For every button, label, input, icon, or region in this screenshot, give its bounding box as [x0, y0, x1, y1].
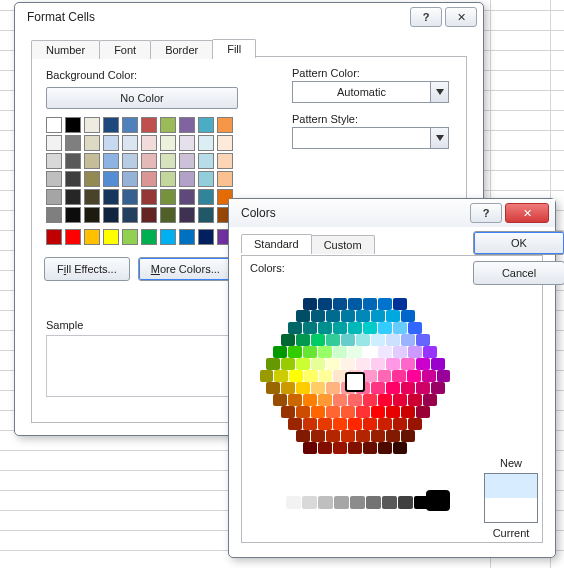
color-swatch[interactable]	[46, 189, 62, 205]
tab-font[interactable]: Font	[99, 40, 151, 59]
hex-color-cell[interactable]	[304, 370, 318, 382]
hex-color-cell[interactable]	[386, 334, 400, 346]
hex-color-cell[interactable]	[326, 358, 340, 370]
hex-color-cell[interactable]	[296, 310, 310, 322]
hex-color-cell[interactable]	[296, 430, 310, 442]
hex-color-cell[interactable]	[288, 418, 302, 430]
more-colors-button[interactable]: More Colors...	[138, 257, 233, 281]
hex-color-cell[interactable]	[408, 418, 422, 430]
hex-color-picker[interactable]	[252, 280, 458, 486]
hex-color-cell[interactable]	[371, 310, 385, 322]
color-swatch[interactable]	[84, 153, 100, 169]
color-swatch[interactable]	[141, 135, 157, 151]
color-swatch[interactable]	[122, 207, 138, 223]
hex-color-cell[interactable]	[371, 382, 385, 394]
color-swatch[interactable]	[46, 171, 62, 187]
hex-color-cell[interactable]	[378, 418, 392, 430]
no-color-button[interactable]: No Color	[46, 87, 238, 109]
hex-color-cell[interactable]	[416, 334, 430, 346]
hex-color-cell[interactable]	[348, 346, 362, 358]
gray-swatch[interactable]	[398, 496, 413, 509]
color-swatch[interactable]	[160, 153, 176, 169]
hex-color-cell[interactable]	[311, 358, 325, 370]
help-button[interactable]: ?	[470, 203, 502, 223]
color-swatch[interactable]	[160, 189, 176, 205]
hex-color-cell[interactable]	[401, 334, 415, 346]
help-button[interactable]: ?	[410, 7, 442, 27]
hex-color-cell[interactable]	[303, 394, 317, 406]
color-swatch[interactable]	[122, 189, 138, 205]
hex-color-cell[interactable]	[356, 358, 370, 370]
color-swatch[interactable]	[141, 171, 157, 187]
hex-color-cell[interactable]	[378, 394, 392, 406]
hex-color-cell[interactable]	[333, 298, 347, 310]
hex-color-cell[interactable]	[303, 298, 317, 310]
gray-swatch[interactable]	[270, 496, 285, 509]
close-button[interactable]: ✕	[505, 203, 549, 223]
hex-color-cell[interactable]	[408, 346, 422, 358]
hex-color-cell[interactable]	[333, 418, 347, 430]
color-swatch[interactable]	[65, 207, 81, 223]
color-swatch[interactable]	[65, 117, 81, 133]
hex-color-cell[interactable]	[311, 430, 325, 442]
color-swatch[interactable]	[122, 117, 138, 133]
color-swatch[interactable]	[103, 135, 119, 151]
color-swatch[interactable]	[160, 229, 176, 245]
hex-color-cell[interactable]	[393, 346, 407, 358]
hex-color-cell[interactable]	[386, 406, 400, 418]
hex-color-cell[interactable]	[416, 382, 430, 394]
gray-swatch[interactable]	[366, 496, 381, 509]
hex-color-cell[interactable]	[423, 346, 437, 358]
tab-fill[interactable]: Fill	[212, 39, 256, 58]
gray-swatch[interactable]	[334, 496, 349, 509]
hex-color-cell[interactable]	[348, 322, 362, 334]
hex-color-cell[interactable]	[311, 406, 325, 418]
hex-color-cell[interactable]	[408, 322, 422, 334]
pattern-style-dropdown[interactable]	[292, 127, 449, 149]
color-swatch[interactable]	[122, 171, 138, 187]
hex-color-cell[interactable]	[289, 370, 303, 382]
hex-color-cell[interactable]	[393, 394, 407, 406]
hex-color-cell[interactable]	[303, 322, 317, 334]
color-swatch[interactable]	[103, 229, 119, 245]
hex-color-cell[interactable]	[386, 358, 400, 370]
hex-color-cell[interactable]	[416, 406, 430, 418]
hex-color-cell[interactable]	[416, 358, 430, 370]
tab-border[interactable]: Border	[150, 40, 213, 59]
hex-color-cell[interactable]	[401, 406, 415, 418]
color-swatch[interactable]	[84, 189, 100, 205]
hex-color-cell[interactable]	[296, 334, 310, 346]
hex-color-cell[interactable]	[288, 346, 302, 358]
color-swatch[interactable]	[65, 189, 81, 205]
hex-color-cell[interactable]	[318, 322, 332, 334]
color-swatch[interactable]	[65, 135, 81, 151]
hex-color-cell[interactable]	[371, 430, 385, 442]
hex-color-cell[interactable]	[423, 394, 437, 406]
hex-color-cell[interactable]	[266, 382, 280, 394]
hex-color-cell[interactable]	[393, 298, 407, 310]
hex-color-cell[interactable]	[318, 298, 332, 310]
hex-color-cell[interactable]	[348, 298, 362, 310]
hex-color-cell[interactable]	[437, 370, 451, 382]
color-swatch[interactable]	[198, 135, 214, 151]
color-swatch[interactable]	[84, 135, 100, 151]
hex-color-cell[interactable]	[378, 322, 392, 334]
hex-color-cell[interactable]	[356, 334, 370, 346]
fill-effects-button[interactable]: Fill Effects...	[44, 257, 130, 281]
hex-color-cell[interactable]	[311, 310, 325, 322]
hex-color-cell[interactable]	[303, 442, 317, 454]
color-swatch[interactable]	[179, 189, 195, 205]
color-swatch[interactable]	[217, 117, 233, 133]
hex-color-cell[interactable]	[401, 382, 415, 394]
tab-standard[interactable]: Standard	[241, 234, 312, 253]
color-swatch[interactable]	[198, 189, 214, 205]
hex-color-cell[interactable]	[326, 334, 340, 346]
hex-color-cell[interactable]	[288, 322, 302, 334]
color-swatch[interactable]	[122, 229, 138, 245]
hex-color-cell[interactable]	[371, 358, 385, 370]
hex-color-cell[interactable]	[371, 334, 385, 346]
color-swatch[interactable]	[141, 207, 157, 223]
color-swatch[interactable]	[179, 153, 195, 169]
hex-color-cell[interactable]	[341, 310, 355, 322]
color-swatch[interactable]	[160, 135, 176, 151]
